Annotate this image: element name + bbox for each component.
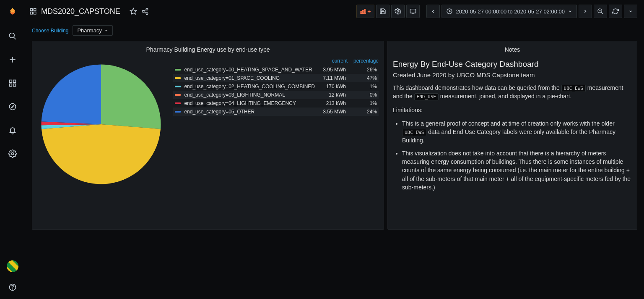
variable-bar: Choose Building Pharmacy <box>25 23 644 41</box>
building-select[interactable]: Pharmacy <box>73 25 113 36</box>
svg-point-21 <box>146 13 148 15</box>
pie-slice[interactable] <box>42 124 161 184</box>
save-button[interactable] <box>376 5 390 18</box>
main-area: MDS2020_CAPSTONE + 2020-05-27 00:00:00 t… <box>25 0 644 299</box>
limitation-item: This is a general proof of concept and a… <box>402 119 632 145</box>
legend-row[interactable]: end_use_category=01_SPACE_COOLING7.11 MW… <box>173 74 379 82</box>
svg-rect-15 <box>34 8 36 10</box>
notes-intro: This dashboard demonstrates how data can… <box>393 84 632 101</box>
time-range-prev-button[interactable] <box>426 5 440 18</box>
svg-point-20 <box>142 10 144 13</box>
legend-percentage: 24% <box>346 109 377 115</box>
svg-point-11 <box>12 153 14 155</box>
legend-row[interactable]: end_use_category=02_HEATING_COOLING_COMB… <box>173 82 379 91</box>
legend-percentage: 1% <box>346 84 377 89</box>
svg-line-33 <box>601 12 603 14</box>
svg-point-19 <box>146 8 148 10</box>
refresh-interval-button[interactable] <box>624 5 637 18</box>
dashboard-settings-button[interactable] <box>391 5 405 18</box>
svg-point-9 <box>10 104 16 110</box>
grafana-logo[interactable] <box>4 4 21 21</box>
legend-swatch <box>175 94 181 96</box>
svg-rect-25 <box>363 10 364 13</box>
nav-sidebar <box>0 0 25 299</box>
limitations-label: Limitations: <box>393 106 632 114</box>
svg-point-13 <box>13 289 13 289</box>
legend-swatch <box>175 77 181 79</box>
alerting-icon[interactable] <box>4 122 21 139</box>
time-range-picker[interactable]: 2020-05-27 00:00:00 to 2020-05-27 02:00:… <box>441 5 577 18</box>
explore-icon[interactable] <box>4 98 21 115</box>
help-icon[interactable] <box>4 279 21 296</box>
pie-slice[interactable] <box>101 65 161 129</box>
svg-rect-8 <box>13 84 16 87</box>
limitations-list: This is a general proof of concept and a… <box>393 119 632 196</box>
svg-rect-24 <box>361 11 362 13</box>
pie-chart-panel: Pharmacy Building Energy use by end-use … <box>32 41 384 230</box>
svg-rect-5 <box>10 80 12 83</box>
svg-line-2 <box>14 37 16 39</box>
pie-chart <box>37 57 165 224</box>
legend-current: 3.55 MWh <box>315 109 346 115</box>
legend-row[interactable]: end_use_category=00_HEATING_SPACE_AND_WA… <box>173 66 379 74</box>
notes-panel: Notes Energy By End-Use Category Dashboa… <box>387 41 637 230</box>
svg-rect-14 <box>30 8 32 10</box>
zoom-out-button[interactable] <box>594 5 607 18</box>
legend-row[interactable]: end_use_category=05_OTHER3.55 MWh24% <box>173 108 379 116</box>
legend-table: current percentage end_use_category=00_H… <box>173 57 379 224</box>
svg-line-22 <box>144 10 146 11</box>
legend-row[interactable]: end_use_category=04_LIGHTING_EMERGENCY21… <box>173 99 379 108</box>
legend-percentage: 1% <box>346 100 377 106</box>
dashboard-icon <box>29 8 37 15</box>
legend-percentage: 26% <box>346 67 377 73</box>
limitation-item: This visualization does not take into ac… <box>402 149 632 191</box>
settings-icon[interactable] <box>4 145 21 162</box>
legend-row[interactable]: end_use_category=03_LIGHTING_NORMAL12 kW… <box>173 91 379 99</box>
legend-name: end_use_category=00_HEATING_SPACE_AND_WA… <box>184 67 315 73</box>
cycle-view-button[interactable] <box>406 5 420 18</box>
dashboards-icon[interactable] <box>4 75 21 92</box>
legend-percentage: 47% <box>346 75 377 81</box>
svg-rect-28 <box>410 9 415 13</box>
refresh-button[interactable] <box>609 5 622 18</box>
notes-panel-title: Notes <box>393 45 632 57</box>
legend-percentage: 0% <box>346 92 377 98</box>
svg-point-1 <box>10 33 15 38</box>
svg-rect-7 <box>10 84 12 87</box>
svg-marker-18 <box>130 8 136 14</box>
legend-current: 213 kWh <box>315 100 346 106</box>
code-end-use: END_USE <box>414 93 439 100</box>
legend-name: end_use_category=02_HEATING_COOLING_COMB… <box>184 84 315 89</box>
share-icon[interactable] <box>141 8 149 15</box>
legend-name: end_use_category=01_SPACE_COOLING <box>184 75 315 81</box>
svg-rect-16 <box>30 12 32 14</box>
search-icon[interactable] <box>4 28 21 45</box>
notes-subheading: Created June 2020 by UBCO MDS Capstone t… <box>393 71 632 79</box>
pie-slice[interactable] <box>42 65 101 125</box>
legend-current: 12 kWh <box>315 92 346 98</box>
topbar: MDS2020_CAPSTONE + 2020-05-27 00:00:00 t… <box>25 0 644 23</box>
svg-marker-10 <box>12 106 14 108</box>
svg-point-27 <box>397 10 399 12</box>
svg-rect-26 <box>365 9 366 14</box>
legend-swatch <box>175 69 181 71</box>
add-panel-button[interactable]: + <box>356 5 374 18</box>
legend-current: 170 kWh <box>315 84 346 89</box>
star-icon[interactable] <box>130 8 137 15</box>
time-range-next-button[interactable] <box>579 5 592 18</box>
svg-rect-6 <box>13 80 16 83</box>
notes-heading: Energy By End-Use Category Dashboard <box>393 60 632 69</box>
svg-rect-17 <box>34 12 36 14</box>
legend-current: 3.95 MWh <box>315 67 346 73</box>
legend-name: end_use_category=05_OTHER <box>184 109 315 115</box>
svg-line-23 <box>144 12 146 13</box>
building-select-value: Pharmacy <box>77 27 102 34</box>
legend-col-current: current <box>317 58 348 64</box>
user-avatar[interactable] <box>7 260 18 272</box>
legend-swatch <box>175 102 181 104</box>
plus-icon[interactable] <box>4 51 21 68</box>
legend-col-percentage: percentage <box>348 58 379 64</box>
time-range-text: 2020-05-27 00:00:00 to 2020-05-27 02:00:… <box>456 8 565 15</box>
legend-swatch <box>175 111 181 113</box>
legend-current: 7.11 MWh <box>315 75 346 81</box>
